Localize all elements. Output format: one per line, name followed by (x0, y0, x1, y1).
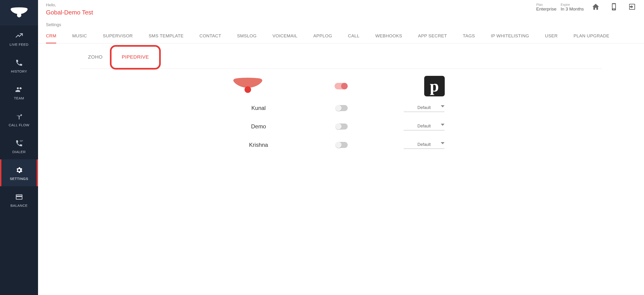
home-icon[interactable] (592, 3, 600, 12)
tab-supervisor[interactable]: SUPERVISOR (103, 29, 133, 43)
sidebar-item-label: LIVE FEED (10, 42, 28, 46)
user-toggle[interactable] (336, 105, 348, 111)
card-icon (15, 193, 23, 201)
user-select[interactable]: Default (404, 141, 444, 149)
sidebar-item-dialer[interactable]: SIP DIALER (0, 132, 38, 160)
tab-tags[interactable]: TAGS (463, 29, 475, 43)
phone-icon (15, 58, 23, 67)
sidebar-item-label: SETTINGS (10, 177, 28, 181)
tab-music[interactable]: MUSIC (72, 29, 87, 43)
user-select-value: Default (418, 142, 431, 147)
tenant-name: Gobal-Demo Test (46, 9, 93, 16)
integration-user-row: Demo Default (80, 117, 602, 136)
trend-icon (15, 32, 23, 40)
user-select[interactable]: Default (404, 122, 444, 130)
user-select-value: Default (418, 105, 431, 110)
chevron-down-icon (441, 105, 444, 107)
master-toggle[interactable] (334, 83, 348, 90)
user-select[interactable]: Default (404, 104, 444, 112)
chevron-down-icon (441, 142, 444, 144)
crm-sub-tabs: ZOHO PIPEDRIVE (80, 46, 602, 69)
svg-point-2 (244, 86, 251, 93)
sidebar: LIVE FEED HISTORY TEAM CALL FLOW SIP DIA… (0, 0, 38, 295)
tab-webhooks[interactable]: WEBHOOKS (375, 29, 402, 43)
app-logo (0, 0, 38, 25)
gear-icon (15, 166, 23, 174)
plan-label: Plan (536, 3, 556, 6)
user-name: Krishna (238, 142, 280, 148)
tab-app-secret[interactable]: APP SECRET (418, 29, 447, 43)
chevron-down-icon (441, 124, 444, 126)
sip-phone-icon: SIP (15, 139, 23, 148)
logout-icon[interactable] (628, 3, 636, 12)
sidebar-item-history[interactable]: HISTORY (0, 52, 38, 79)
mobile-icon[interactable] (610, 3, 618, 12)
integration-user-row: Kunal Default (80, 99, 602, 117)
phone-logo-icon (10, 7, 28, 18)
tab-sms-template[interactable]: SMS TEMPLATE (149, 29, 184, 43)
integration-user-row: Krishna Default (80, 136, 602, 154)
sidebar-item-balance[interactable]: BALANCE (0, 186, 38, 213)
plan-info: Plan Enterprise Expire In 3 Months (536, 3, 584, 12)
team-icon (15, 86, 23, 94)
greeting-text: Hello, (46, 3, 93, 8)
tab-smslog[interactable]: SMSLOG (237, 29, 257, 43)
user-toggle[interactable] (336, 124, 348, 130)
sidebar-item-team[interactable]: TEAM (0, 79, 38, 106)
crm-content: ZOHO PIPEDRIVE p Kunal Default (38, 44, 644, 154)
tab-ip-whitelisting[interactable]: IP WHITELISTING (491, 29, 529, 43)
greeting-block: Hello, Gobal-Demo Test (46, 3, 93, 16)
tab-plan-upgrade[interactable]: PLAN UPGRADE (574, 29, 610, 43)
pipedrive-logo-icon: p (424, 76, 445, 96)
sidebar-item-label: BALANCE (10, 204, 28, 208)
sidebar-item-label: CALL FLOW (9, 123, 30, 127)
user-select-value: Default (418, 124, 431, 128)
split-icon (15, 112, 23, 121)
user-toggle[interactable] (336, 142, 348, 148)
sidebar-item-settings[interactable]: SETTINGS (0, 160, 38, 186)
user-name: Kunal (238, 105, 280, 111)
tab-voicemail[interactable]: VOICEMAIL (272, 29, 298, 43)
tab-call[interactable]: CALL (348, 29, 359, 43)
tab-crm[interactable]: CRM (46, 29, 56, 44)
tab-pipedrive[interactable]: PIPEDRIVE (110, 46, 160, 69)
user-name: Demo (238, 123, 280, 130)
tab-contact[interactable]: CONTACT (200, 29, 221, 43)
tab-user[interactable]: USER (545, 29, 558, 43)
sidebar-item-label: HISTORY (11, 69, 27, 73)
tab-applog[interactable]: APPLOG (313, 29, 332, 43)
svg-text:SIP: SIP (20, 140, 23, 142)
expire-label: Expire (561, 3, 584, 6)
section-title: Settings (38, 18, 644, 29)
sidebar-item-label: TEAM (14, 96, 24, 100)
svg-point-0 (17, 13, 21, 17)
sidebar-item-live-feed[interactable]: LIVE FEED (0, 25, 38, 52)
expire-value: In 3 Months (561, 6, 584, 12)
integration-header-row: p (80, 69, 602, 99)
tab-zoho[interactable]: ZOHO (80, 46, 110, 68)
sidebar-item-label: DIALER (12, 150, 26, 154)
app-phone-logo-icon (232, 78, 264, 95)
topbar: Hello, Gobal-Demo Test Plan Enterprise E… (38, 0, 644, 18)
primary-tabs: CRM MUSIC SUPERVISOR SMS TEMPLATE CONTAC… (38, 29, 644, 44)
plan-value: Enterprise (536, 6, 556, 12)
sidebar-item-call-flow[interactable]: CALL FLOW (0, 106, 38, 132)
main-area: Hello, Gobal-Demo Test Plan Enterprise E… (38, 0, 644, 295)
